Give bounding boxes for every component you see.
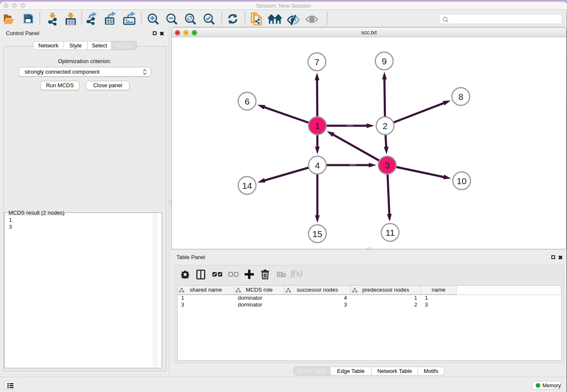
svg-text:11: 11 (385, 228, 395, 237)
svg-text:1: 1 (315, 121, 320, 131)
svg-text:14: 14 (242, 181, 252, 190)
svg-text:6: 6 (245, 97, 250, 106)
svg-text:9: 9 (382, 56, 387, 66)
svg-text:15: 15 (312, 229, 322, 239)
svg-text:4: 4 (315, 160, 320, 170)
svg-text:7: 7 (314, 57, 319, 67)
svg-text:10: 10 (457, 176, 466, 186)
svg-text:8: 8 (458, 92, 463, 102)
svg-text:2: 2 (383, 121, 388, 131)
svg-text:3: 3 (385, 160, 390, 170)
